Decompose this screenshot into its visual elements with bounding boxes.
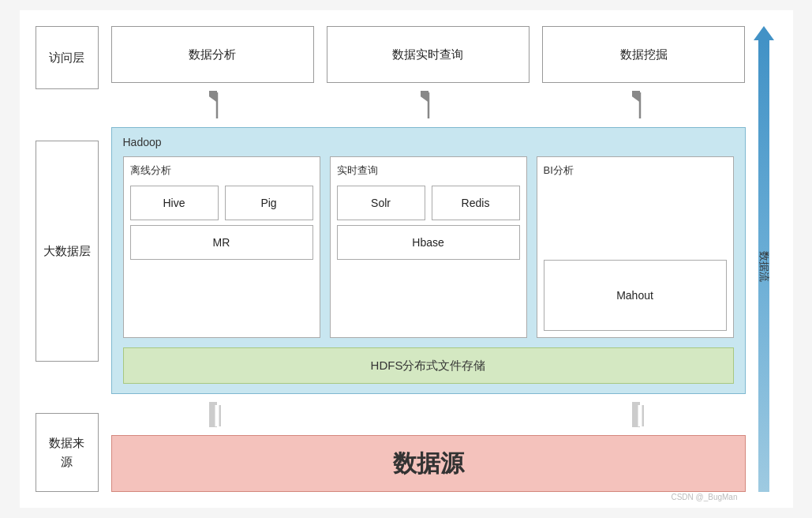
- bottom-arrows-row: [111, 402, 746, 427]
- pig-box: Pig: [225, 186, 313, 220]
- offline-analysis-title: 离线分析: [130, 163, 313, 178]
- realtime-analysis-title: 实时查询: [337, 163, 520, 178]
- access-layer-label: 访问层: [36, 26, 99, 89]
- solr-box: Solr: [337, 186, 425, 220]
- inner-row: 离线分析 Hive Pig MR 实时查询 Solr Redis Hbase: [123, 156, 734, 338]
- right-flow-arrow: 数据流: [752, 26, 776, 492]
- data-mining-box: 数据挖掘: [542, 26, 745, 83]
- mahout-box: Mahout: [544, 260, 727, 331]
- down-arrow-2: [632, 402, 648, 427]
- redis-box: Redis: [432, 186, 520, 220]
- hadoop-container: Hadoop 离线分析 Hive Pig MR 实时查询 Solr: [111, 127, 746, 394]
- data-source-layer-label: 数据来 源: [36, 413, 99, 492]
- down-arrow-1: [209, 402, 225, 427]
- flow-arrow-body: 数据流: [758, 40, 769, 492]
- diagram-wrapper: 访问层 大数据层 数据来 源 数据分析 数据实时查询 数据挖掘: [20, 10, 793, 508]
- hdfs-bar: HDFS分布式文件存储: [123, 347, 734, 384]
- top-row: 数据分析 数据实时查询 数据挖掘: [111, 26, 746, 83]
- main-content: 数据分析 数据实时查询 数据挖掘: [111, 26, 746, 492]
- realtime-tools-row: Solr Redis: [337, 186, 520, 220]
- bi-analysis-box: BI分析 Mahout: [537, 156, 734, 338]
- up-arrow-1: [209, 91, 225, 119]
- hbase-box: Hbase: [337, 225, 520, 260]
- up-arrow-3: [632, 91, 648, 119]
- hive-box: Hive: [130, 186, 219, 220]
- offline-tools-row: Hive Pig: [130, 186, 313, 220]
- bi-analysis-title: BI分析: [544, 163, 727, 178]
- data-analysis-box: 数据分析: [111, 26, 314, 83]
- hadoop-label: Hadoop: [123, 136, 734, 148]
- realtime-query-box: 数据实时查询: [327, 26, 529, 83]
- big-data-layer-label: 大数据层: [36, 141, 99, 362]
- flow-arrow-head: [754, 26, 774, 40]
- top-arrows-row: [111, 91, 746, 119]
- mr-box: MR: [130, 225, 313, 260]
- flow-label: 数据流: [757, 251, 771, 282]
- realtime-analysis-box: 实时查询 Solr Redis Hbase: [330, 156, 527, 338]
- offline-analysis-box: 离线分析 Hive Pig MR: [123, 156, 320, 338]
- up-arrow-2: [421, 91, 436, 119]
- datasource-box: 数据源: [111, 435, 746, 492]
- watermark: CSDN @_BugMan: [671, 493, 737, 501]
- left-labels: 访问层 大数据层 数据来 源: [36, 26, 99, 492]
